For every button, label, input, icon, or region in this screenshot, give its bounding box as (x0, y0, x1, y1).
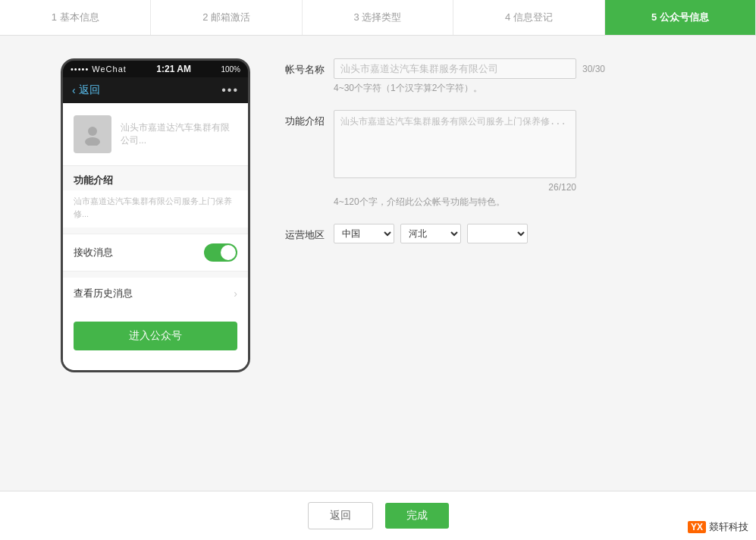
account-name-row: 帐号名称 30/30 4~30个字符（1个汉字算2个字符）。 (281, 58, 695, 95)
phone-body: 汕头市嘉道达汽车集群有限公司... 功能介绍 汕市嘉道达汽车集群有限公司服务上门… (63, 103, 248, 370)
region-city-select[interactable] (467, 224, 528, 243)
toggle-label: 接收消息 (74, 246, 113, 259)
svg-point-0 (88, 127, 97, 136)
more-icon[interactable]: ••• (221, 83, 239, 97)
region-country-select[interactable]: 中国 (334, 224, 394, 243)
desc-hint: 4~120个字，介绍此公众帐号功能与特色。 (334, 196, 695, 209)
region-row: 运营地区 中国 河北 (281, 224, 695, 243)
back-label: 返回 (79, 83, 100, 97)
phone-mockup: ••••• WeChat 1:21 AM 100% ‹ 返回 ••• 汕头市嘉道… (61, 58, 250, 372)
form-section: 帐号名称 30/30 4~30个字符（1个汉字算2个字符）。 功能介绍 汕头市嘉… (281, 58, 695, 259)
time-label: 1:21 AM (156, 64, 191, 74)
account-name-input-counter-row: 30/30 (334, 58, 695, 79)
watermark-prefix: YX (688, 521, 706, 533)
avatar (74, 115, 111, 153)
region-province-select[interactable]: 河北 (400, 224, 461, 243)
step-4[interactable]: 4 信息登记 (453, 0, 604, 35)
phone-back-btn[interactable]: ‹ 返回 (72, 83, 100, 97)
watermark: YX 燚轩科技 (688, 520, 748, 534)
desc-textarea[interactable]: 汕头市嘉道达汽车集群服务有限公司服务上门保养修... (334, 110, 576, 178)
phone-profile-section: 汕头市嘉道达汽车集群有限公司... (63, 103, 248, 166)
step-1[interactable]: 1 基本信息 (0, 0, 151, 35)
step-navigation: 1 基本信息 2 邮箱激活 3 选择类型 4 信息登记 5 公众号信息 (0, 0, 756, 36)
region-label: 运营地区 (281, 224, 334, 242)
signal-label: ••••• WeChat (71, 64, 127, 74)
chevron-left-icon: ‹ (72, 84, 76, 96)
phone-status-bar: ••••• WeChat 1:21 AM 100% (63, 61, 248, 77)
main-content: ••••• WeChat 1:21 AM 100% ‹ 返回 ••• 汕头市嘉道… (0, 36, 756, 395)
phone-toggle-row: 接收消息 (63, 234, 248, 272)
battery-label: 100% (221, 65, 240, 74)
bottom-bar: 返回 完成 (0, 491, 756, 540)
phone-section-label: 功能介绍 (63, 166, 248, 190)
watermark-suffix: 燚轩科技 (709, 520, 748, 534)
toggle-switch[interactable] (204, 243, 237, 262)
step-2[interactable]: 2 邮箱激活 (151, 0, 302, 35)
phone-divider (63, 228, 248, 234)
account-name-input[interactable] (334, 58, 576, 79)
account-name-field-wrap: 30/30 4~30个字符（1个汉字算2个字符）。 (334, 58, 695, 95)
phone-nav-bar: ‹ 返回 ••• (63, 77, 248, 103)
region-selects-row: 中国 河北 (334, 224, 695, 243)
desc-field-wrap: 汕头市嘉道达汽车集群服务有限公司服务上门保养修... 26/120 4~120个… (334, 110, 695, 209)
phone-history-row[interactable]: 查看历史消息 › (63, 278, 248, 309)
step-5[interactable]: 5 公众号信息 (605, 0, 756, 35)
desc-counter: 26/120 (334, 182, 576, 193)
enter-public-account-button[interactable]: 进入公众号 (74, 322, 237, 350)
svg-point-1 (85, 137, 100, 146)
back-button[interactable]: 返回 (308, 502, 373, 529)
desc-row: 功能介绍 汕头市嘉道达汽车集群服务有限公司服务上门保养修... 26/120 4… (281, 110, 695, 209)
account-name-counter: 30/30 (582, 64, 605, 74)
history-label: 查看历史消息 (74, 287, 133, 300)
phone-desc-text: 汕市嘉道达汽车集群有限公司服务上门保养修... (63, 190, 248, 228)
step-3[interactable]: 3 选择类型 (303, 0, 453, 35)
region-field-wrap: 中国 河北 (334, 224, 695, 243)
phone-account-name: 汕头市嘉道达汽车集群有限公司... (121, 121, 237, 147)
desc-label: 功能介绍 (281, 110, 334, 128)
finish-button[interactable]: 完成 (385, 503, 449, 529)
chevron-right-icon: › (234, 287, 237, 300)
account-name-hint: 4~30个字符（1个汉字算2个字符）。 (334, 82, 695, 95)
account-name-label: 帐号名称 (281, 58, 334, 77)
